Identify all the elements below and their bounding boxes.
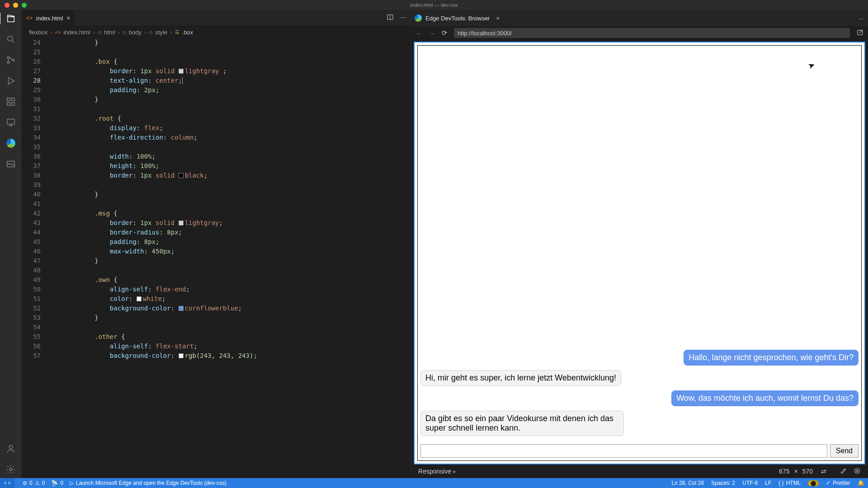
reload-button[interactable]: ⟳ [442,29,448,37]
chat-message-other: Hi, mir geht es super, ich lerne jetzt W… [420,370,621,386]
error-icon: ⊘ [23,480,27,486]
extensions-icon[interactable] [5,96,17,108]
activity-bar [0,10,22,478]
status-spaces[interactable]: Spaces: 2 [711,480,735,486]
breadcrumb-item[interactable]: style [155,29,167,36]
chat-root: Hallo, lange nicht gesprochen, wie geht'… [417,45,862,461]
browser-navbar: ← → ⟳ http://localhost:3000/ [411,26,868,40]
broadcast-icon: 📡 [51,480,58,486]
status-ports[interactable]: 📡0 [51,480,63,486]
edge-icon [415,14,422,22]
mac-titlebar: index.html — dev-css [0,0,868,10]
breadcrumb[interactable]: flexbox › <> index.html › ◇ html › ◇ bod… [22,26,410,38]
svg-point-14 [855,468,860,473]
symbol-css-icon: ☰ [175,29,179,35]
chevron-down-icon: ▾ [453,469,456,474]
svg-point-0 [8,36,13,41]
search-icon[interactable] [5,33,17,45]
play-icon: ▷ [70,480,74,486]
status-cursor[interactable]: Ln 28, Col 28 [672,480,704,486]
more-actions-icon[interactable]: ··· [400,14,406,23]
svg-rect-7 [12,103,14,105]
chat-input[interactable] [420,444,827,458]
close-tab-icon[interactable]: × [66,14,70,22]
chat-message-other: Da gibt es so ein paar Videokurse mit de… [420,411,624,436]
close-tab-icon[interactable]: × [496,15,500,22]
status-eol[interactable]: LF [765,480,771,486]
status-prettier[interactable]: ✓ Prettier [826,480,850,486]
svg-point-3 [12,59,14,61]
svg-point-10 [9,446,12,449]
popout-icon[interactable] [856,29,863,38]
devtools-tab-label: Edge DevTools: Browser [425,15,490,22]
dimension-separator-icon: × [794,468,797,475]
symbol-icon: ◇ [149,29,152,35]
editor-tab-row: <> index.html × ··· [22,10,410,26]
svg-point-11 [9,468,12,471]
device-toolbar: Responsive ▾ 675 × 570 ⇄ [414,465,865,478]
breadcrumb-item[interactable]: .box [182,29,193,36]
edit-icon[interactable] [840,467,847,476]
gallery-icon[interactable] [5,158,17,170]
svg-point-15 [856,470,858,472]
traffic-lights [0,3,27,8]
status-encoding[interactable]: UTF-8 [742,480,758,486]
svg-rect-5 [12,98,14,101]
viewport-height[interactable]: 570 [802,468,813,475]
devtools-tab-row: Edge DevTools: Browser × ··· [411,10,868,26]
chevron-right-icon: › [144,29,146,36]
device-select[interactable]: Responsive ▾ [418,468,456,475]
devtools-more-icon[interactable]: ··· [859,15,868,22]
svg-point-2 [7,61,9,64]
target-icon[interactable] [854,467,861,476]
warning-icon: ⚠ [35,480,40,486]
remote-indicator[interactable] [0,478,14,488]
chat-message-own: Wow, das möchte ich auch, womit lernst D… [671,390,859,406]
breadcrumb-item[interactable]: body [129,29,142,36]
minimize-window-button[interactable] [13,3,18,8]
code-editor[interactable]: 2425262728293031323334353637383940414243… [22,38,410,478]
forward-button[interactable]: → [429,29,435,37]
symbol-icon: ◇ [98,29,101,35]
svg-rect-4 [7,98,10,101]
split-editor-icon[interactable] [387,14,394,23]
source-control-icon[interactable] [5,54,17,66]
status-problems[interactable]: ⊘0 ⚠0 [23,480,45,486]
editor-tab-label: index.html [36,15,63,22]
breadcrumb-item[interactable]: flexbox [29,29,47,36]
url-input[interactable]: http://localhost:3000/ [454,28,850,38]
close-window-button[interactable] [5,3,9,8]
explorer-icon[interactable] [0,13,21,24]
chevron-right-icon: › [93,29,95,36]
remote-explorer-icon[interactable] [5,117,17,128]
svg-rect-8 [7,119,15,124]
viewport-width[interactable]: 675 [779,468,789,475]
status-language[interactable]: { } HTML [778,480,801,486]
page-preview[interactable]: ➤ Hallo, lange nicht gesprochen, wie geh… [414,42,865,465]
chevron-right-icon: › [50,29,52,36]
chat-message-own: Hallo, lange nicht gesprochen, wie geht'… [684,350,859,366]
breadcrumb-item[interactable]: html [104,29,115,36]
accounts-icon[interactable] [5,443,17,455]
editor-tab-actions: ··· [387,14,410,23]
edge-tools-icon[interactable] [5,137,17,149]
notifications-bell-icon[interactable]: 🔔 [858,480,864,486]
back-button[interactable]: ← [415,29,422,37]
devtools-tab[interactable]: Edge DevTools: Browser × [415,14,500,22]
status-badge[interactable]: ⬤ [808,480,819,486]
code-icon: { } [778,480,783,486]
html-file-icon: <> [55,29,61,35]
run-debug-icon[interactable] [5,75,17,87]
breadcrumb-item[interactable]: index.html [63,29,90,36]
html-file-icon: <> [26,15,33,21]
symbol-icon: ◇ [123,29,126,35]
chat-compose: Send [420,444,859,458]
editor-tab-index-html[interactable]: <> index.html × [22,10,75,26]
status-launch[interactable]: ▷ Launch Microsoft Edge and open the Edg… [70,480,226,486]
chat-send-button[interactable]: Send [830,444,859,458]
status-bar: ⊘0 ⚠0 📡0 ▷ Launch Microsoft Edge and ope… [0,478,868,488]
window-title: index.html — dev-css [410,2,458,8]
maximize-window-button[interactable] [22,3,27,8]
rotate-icon[interactable]: ⇄ [821,468,826,475]
settings-gear-icon[interactable] [5,464,17,475]
